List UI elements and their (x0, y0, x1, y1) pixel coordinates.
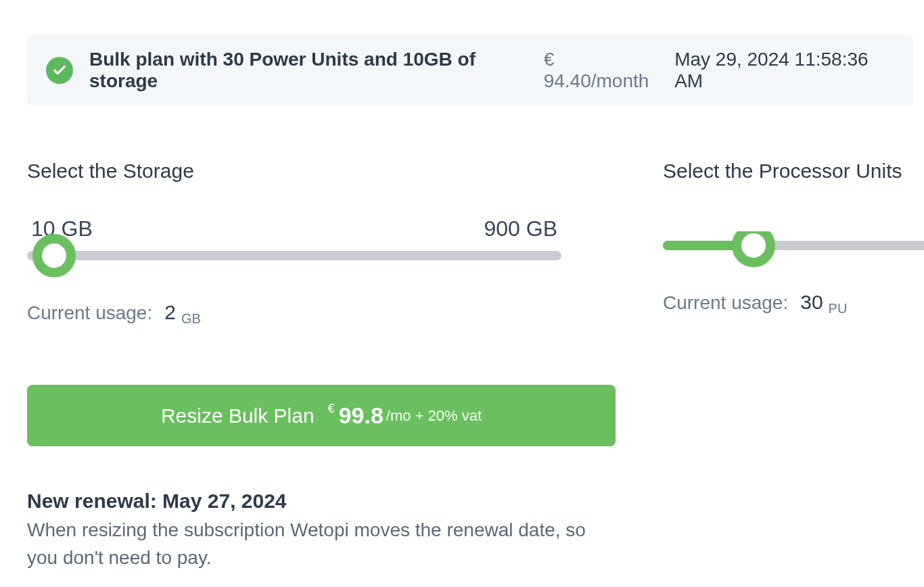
resize-button-price: 99.8 (339, 402, 384, 429)
plan-banner-price: € 94.40/month (544, 49, 658, 92)
pu-slider-thumb[interactable] (732, 231, 775, 267)
storage-usage-unit: GB (181, 311, 201, 327)
pu-usage-label: Current usage: (663, 292, 788, 314)
storage-max-label: 900 GB (484, 216, 557, 241)
storage-slider-thumb[interactable] (32, 234, 76, 277)
resize-button-suffix: /mo + 20% vat (386, 407, 482, 425)
plan-banner-date: May 29, 2024 11:58:36 AM (674, 49, 894, 92)
storage-usage: Current usage: 2 GB (27, 301, 561, 324)
plan-banner-title: Bulk plan with 30 Power Units and 10GB o… (89, 49, 525, 92)
pu-slider[interactable] (663, 241, 924, 250)
plan-banner: Bulk plan with 30 Power Units and 10GB o… (27, 35, 913, 105)
storage-section-title: Select the Storage (27, 160, 561, 183)
resize-plan-button[interactable]: Resize Bulk Plan € 99.8 /mo + 20% vat (27, 385, 616, 446)
resize-button-label: Resize Bulk Plan (161, 404, 315, 427)
renewal-title: New renewal: May 27, 2024 (27, 490, 616, 513)
pu-usage-unit: PU (829, 301, 848, 316)
renewal-text: When resizing the subscription Wetopi mo… (27, 517, 616, 571)
storage-usage-value: 2 (164, 301, 176, 324)
resize-button-currency: € (328, 402, 335, 416)
storage-slider[interactable] (27, 251, 561, 260)
storage-slider-labels: 10 GB 900 GB (27, 216, 561, 241)
storage-usage-label: Current usage: (27, 302, 152, 324)
checkmark-icon (46, 57, 73, 84)
renewal-block: New renewal: May 27, 2024 When resizing … (27, 490, 616, 571)
pu-section-title: Select the Processor Units (663, 160, 924, 183)
pu-usage: Current usage: 30 PU (663, 291, 924, 314)
pu-usage-value: 30 (800, 291, 823, 314)
